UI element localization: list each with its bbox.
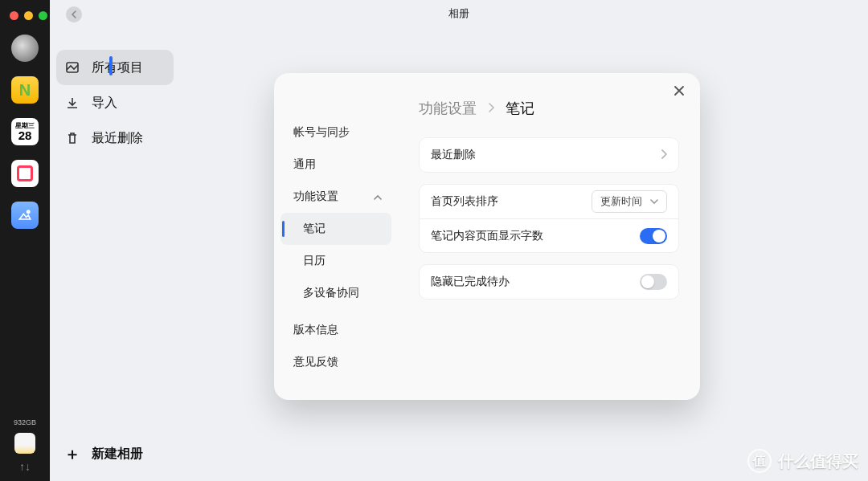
chevron-down-icon — [650, 197, 658, 206]
dock-app-notes[interactable]: N — [11, 76, 39, 104]
settings-nav-multidevice[interactable]: 多设备协同 — [280, 277, 391, 309]
all-items-icon — [64, 60, 80, 75]
show-char-count-toggle[interactable] — [640, 228, 667, 244]
row-label: 隐藏已完成待办 — [431, 275, 510, 289]
settings-nav-label: 帐号与同步 — [293, 125, 350, 140]
row-label: 最近删除 — [431, 148, 476, 162]
chevron-up-icon — [374, 190, 382, 203]
settings-card-hide-done: 隐藏已完成待办 — [419, 264, 679, 300]
settings-card-main: 首页列表排序 更新时间 笔记内容页面显示字数 — [419, 184, 679, 253]
os-dock: N 星期三 28 932GB ↑↓ — [0, 0, 50, 481]
photos-icon — [17, 207, 33, 223]
settings-nav-label: 多设备协同 — [303, 286, 359, 300]
active-indicator — [109, 56, 113, 75]
sidebar-item-import[interactable]: 导入 — [56, 85, 174, 120]
settings-card-recent-delete: 最近删除 — [419, 137, 679, 173]
trash-icon[interactable] — [14, 433, 35, 454]
sidebar-item-label: 最近删除 — [92, 130, 143, 147]
settings-nav-label: 通用 — [293, 157, 316, 172]
dock-app-calendar[interactable]: 星期三 28 — [11, 118, 39, 145]
dock-app-box[interactable] — [11, 160, 39, 187]
settings-nav-general[interactable]: 通用 — [280, 149, 391, 181]
settings-nav-label: 版本信息 — [293, 323, 338, 337]
dock-bottom: 932GB ↑↓ — [14, 418, 36, 473]
chevron-right-icon — [488, 101, 494, 116]
sidebar-item-recent-delete[interactable]: 最近删除 — [56, 120, 174, 156]
dock-app-photos[interactable] — [11, 202, 39, 229]
watermark: 值 什么值得买 — [747, 449, 858, 473]
window-traffic-lights — [0, 11, 47, 20]
sync-arrows-icon: ↑↓ — [19, 460, 31, 473]
window-title: 相册 — [448, 6, 469, 21]
settings-nav-label: 意见反馈 — [293, 355, 338, 369]
sidebar-item-all[interactable]: 所有项目 — [56, 50, 174, 85]
watermark-badge-icon: 值 — [747, 449, 772, 473]
select-value: 更新时间 — [600, 194, 642, 209]
row-hide-done-todos: 隐藏已完成待办 — [420, 265, 678, 299]
row-label: 笔记内容页面显示字数 — [431, 229, 543, 243]
new-album-button[interactable]: ＋ 新建相册 — [56, 436, 174, 471]
settings-nav-features[interactable]: 功能设置 — [280, 181, 391, 213]
minimize-icon[interactable] — [24, 11, 33, 20]
trash-icon — [64, 131, 80, 145]
settings-nav-account[interactable]: 帐号与同步 — [280, 116, 391, 149]
new-album-label: 新建相册 — [92, 446, 143, 463]
settings-nav-label: 日历 — [303, 254, 326, 268]
settings-modal: 帐号与同步 通用 功能设置 笔记 日历 多设备协同 版本信息 意见反馈 功能设置… — [274, 73, 700, 400]
avatar[interactable] — [11, 35, 39, 62]
watermark-text: 什么值得买 — [778, 450, 858, 472]
sidebar-item-label: 导入 — [92, 95, 117, 112]
breadcrumb-current: 笔记 — [506, 99, 534, 118]
settings-nav-calendar[interactable]: 日历 — [280, 245, 391, 277]
close-button[interactable] — [669, 83, 689, 102]
settings-nav-label: 笔记 — [303, 222, 326, 236]
close-icon[interactable] — [10, 11, 18, 20]
storage-text: 932GB — [14, 418, 36, 426]
settings-nav-version[interactable]: 版本信息 — [280, 314, 391, 346]
homepage-sort-select[interactable]: 更新时间 — [592, 190, 667, 213]
row-show-char-count: 笔记内容页面显示字数 — [420, 218, 678, 252]
row-homepage-sort: 首页列表排序 更新时间 — [420, 185, 678, 218]
calendar-day: 28 — [18, 129, 32, 141]
settings-nav-feedback[interactable]: 意见反馈 — [280, 346, 391, 378]
chevron-right-icon — [661, 148, 667, 162]
svg-point-0 — [27, 210, 30, 213]
import-icon — [64, 96, 80, 110]
fullscreen-icon[interactable] — [39, 11, 47, 20]
album-sidebar: 所有项目 导入 最近删除 ＋ 新建相册 — [50, 27, 180, 481]
titlebar: 相册 — [50, 0, 868, 27]
plus-icon: ＋ — [64, 443, 80, 465]
row-recent-delete[interactable]: 最近删除 — [420, 138, 678, 172]
settings-nav-label: 功能设置 — [293, 190, 338, 204]
settings-nav-notes[interactable]: 笔记 — [280, 213, 391, 245]
sidebar-item-label: 所有项目 — [92, 59, 143, 76]
photos-window: 相册 所有项目 导入 最近删除 — [50, 0, 868, 481]
back-button[interactable] — [66, 6, 82, 22]
breadcrumb-parent[interactable]: 功能设置 — [419, 99, 477, 118]
breadcrumb: 功能设置 笔记 — [419, 99, 679, 118]
hide-done-toggle[interactable] — [640, 274, 667, 290]
settings-sidebar: 帐号与同步 通用 功能设置 笔记 日历 多设备协同 版本信息 意见反馈 — [274, 73, 398, 400]
settings-body: 功能设置 笔记 最近删除 首页列表排序 更新时间 — [398, 73, 700, 400]
chevron-left-icon — [71, 10, 77, 18]
close-icon — [674, 85, 685, 96]
row-label: 首页列表排序 — [431, 194, 498, 209]
